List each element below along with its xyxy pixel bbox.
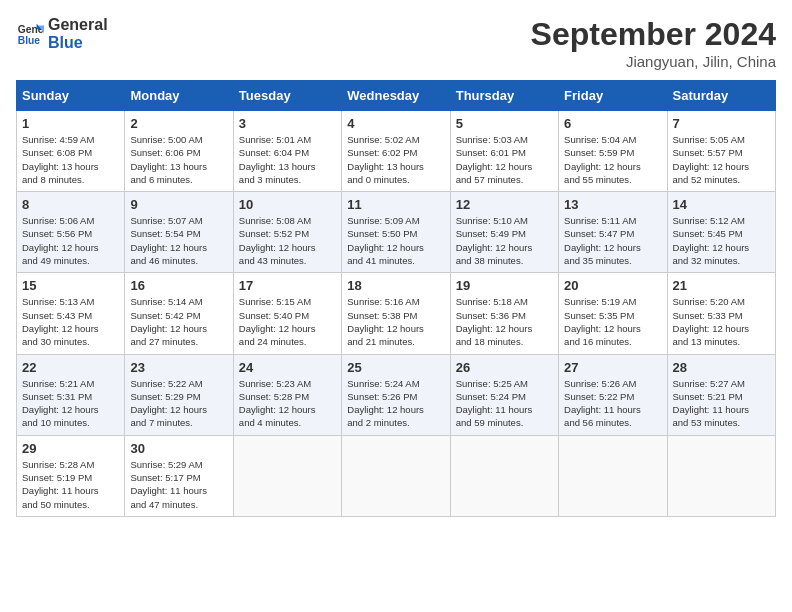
day-detail: Sunrise: 5:21 AM Sunset: 5:31 PM Dayligh… [22, 377, 119, 430]
calendar-cell: 17Sunrise: 5:15 AM Sunset: 5:40 PM Dayli… [233, 273, 341, 354]
header-day-tuesday: Tuesday [233, 81, 341, 111]
calendar-cell: 16Sunrise: 5:14 AM Sunset: 5:42 PM Dayli… [125, 273, 233, 354]
day-detail: Sunrise: 5:13 AM Sunset: 5:43 PM Dayligh… [22, 295, 119, 348]
calendar-cell: 25Sunrise: 5:24 AM Sunset: 5:26 PM Dayli… [342, 354, 450, 435]
month-title: September 2024 [531, 16, 776, 53]
calendar-cell: 29Sunrise: 5:28 AM Sunset: 5:19 PM Dayli… [17, 435, 125, 516]
day-number: 2 [130, 116, 227, 131]
header-day-sunday: Sunday [17, 81, 125, 111]
day-number: 14 [673, 197, 770, 212]
day-number: 1 [22, 116, 119, 131]
day-number: 25 [347, 360, 444, 375]
day-detail: Sunrise: 5:22 AM Sunset: 5:29 PM Dayligh… [130, 377, 227, 430]
day-number: 3 [239, 116, 336, 131]
header-day-thursday: Thursday [450, 81, 558, 111]
calendar-cell: 10Sunrise: 5:08 AM Sunset: 5:52 PM Dayli… [233, 192, 341, 273]
calendar-cell: 4Sunrise: 5:02 AM Sunset: 6:02 PM Daylig… [342, 111, 450, 192]
day-detail: Sunrise: 5:25 AM Sunset: 5:24 PM Dayligh… [456, 377, 553, 430]
day-detail: Sunrise: 5:12 AM Sunset: 5:45 PM Dayligh… [673, 214, 770, 267]
calendar-cell: 3Sunrise: 5:01 AM Sunset: 6:04 PM Daylig… [233, 111, 341, 192]
logo: General Blue General Blue [16, 16, 108, 51]
calendar-cell: 20Sunrise: 5:19 AM Sunset: 5:35 PM Dayli… [559, 273, 667, 354]
day-number: 9 [130, 197, 227, 212]
day-detail: Sunrise: 5:27 AM Sunset: 5:21 PM Dayligh… [673, 377, 770, 430]
calendar-cell: 15Sunrise: 5:13 AM Sunset: 5:43 PM Dayli… [17, 273, 125, 354]
day-number: 15 [22, 278, 119, 293]
day-detail: Sunrise: 5:05 AM Sunset: 5:57 PM Dayligh… [673, 133, 770, 186]
day-number: 23 [130, 360, 227, 375]
calendar-cell [342, 435, 450, 516]
calendar-cell [233, 435, 341, 516]
calendar-cell: 26Sunrise: 5:25 AM Sunset: 5:24 PM Dayli… [450, 354, 558, 435]
calendar-cell: 6Sunrise: 5:04 AM Sunset: 5:59 PM Daylig… [559, 111, 667, 192]
header-day-monday: Monday [125, 81, 233, 111]
day-number: 17 [239, 278, 336, 293]
day-detail: Sunrise: 5:28 AM Sunset: 5:19 PM Dayligh… [22, 458, 119, 511]
day-detail: Sunrise: 5:20 AM Sunset: 5:33 PM Dayligh… [673, 295, 770, 348]
day-detail: Sunrise: 5:04 AM Sunset: 5:59 PM Dayligh… [564, 133, 661, 186]
day-detail: Sunrise: 5:00 AM Sunset: 6:06 PM Dayligh… [130, 133, 227, 186]
calendar-cell: 7Sunrise: 5:05 AM Sunset: 5:57 PM Daylig… [667, 111, 775, 192]
day-detail: Sunrise: 5:29 AM Sunset: 5:17 PM Dayligh… [130, 458, 227, 511]
calendar-cell: 30Sunrise: 5:29 AM Sunset: 5:17 PM Dayli… [125, 435, 233, 516]
calendar-week-row: 15Sunrise: 5:13 AM Sunset: 5:43 PM Dayli… [17, 273, 776, 354]
location-title: Jiangyuan, Jilin, China [531, 53, 776, 70]
day-number: 5 [456, 116, 553, 131]
day-detail: Sunrise: 5:02 AM Sunset: 6:02 PM Dayligh… [347, 133, 444, 186]
page-header: General Blue General Blue September 2024… [16, 16, 776, 70]
day-number: 10 [239, 197, 336, 212]
calendar-cell: 9Sunrise: 5:07 AM Sunset: 5:54 PM Daylig… [125, 192, 233, 273]
calendar-week-row: 29Sunrise: 5:28 AM Sunset: 5:19 PM Dayli… [17, 435, 776, 516]
calendar-week-row: 1Sunrise: 4:59 AM Sunset: 6:08 PM Daylig… [17, 111, 776, 192]
calendar-cell: 11Sunrise: 5:09 AM Sunset: 5:50 PM Dayli… [342, 192, 450, 273]
day-detail: Sunrise: 5:23 AM Sunset: 5:28 PM Dayligh… [239, 377, 336, 430]
header-day-saturday: Saturday [667, 81, 775, 111]
calendar-cell [450, 435, 558, 516]
day-detail: Sunrise: 5:03 AM Sunset: 6:01 PM Dayligh… [456, 133, 553, 186]
calendar-cell: 8Sunrise: 5:06 AM Sunset: 5:56 PM Daylig… [17, 192, 125, 273]
day-detail: Sunrise: 5:07 AM Sunset: 5:54 PM Dayligh… [130, 214, 227, 267]
day-detail: Sunrise: 5:14 AM Sunset: 5:42 PM Dayligh… [130, 295, 227, 348]
day-number: 6 [564, 116, 661, 131]
day-detail: Sunrise: 5:09 AM Sunset: 5:50 PM Dayligh… [347, 214, 444, 267]
logo-icon: General Blue [16, 20, 44, 48]
day-number: 19 [456, 278, 553, 293]
svg-text:Blue: Blue [18, 35, 41, 46]
title-area: September 2024 Jiangyuan, Jilin, China [531, 16, 776, 70]
day-detail: Sunrise: 5:24 AM Sunset: 5:26 PM Dayligh… [347, 377, 444, 430]
calendar-table: SundayMondayTuesdayWednesdayThursdayFrid… [16, 80, 776, 517]
day-number: 13 [564, 197, 661, 212]
calendar-cell: 1Sunrise: 4:59 AM Sunset: 6:08 PM Daylig… [17, 111, 125, 192]
day-number: 28 [673, 360, 770, 375]
header-day-wednesday: Wednesday [342, 81, 450, 111]
calendar-cell: 27Sunrise: 5:26 AM Sunset: 5:22 PM Dayli… [559, 354, 667, 435]
day-detail: Sunrise: 5:10 AM Sunset: 5:49 PM Dayligh… [456, 214, 553, 267]
day-detail: Sunrise: 5:08 AM Sunset: 5:52 PM Dayligh… [239, 214, 336, 267]
header-day-friday: Friday [559, 81, 667, 111]
day-number: 24 [239, 360, 336, 375]
day-number: 7 [673, 116, 770, 131]
day-detail: Sunrise: 5:16 AM Sunset: 5:38 PM Dayligh… [347, 295, 444, 348]
calendar-week-row: 22Sunrise: 5:21 AM Sunset: 5:31 PM Dayli… [17, 354, 776, 435]
day-number: 16 [130, 278, 227, 293]
calendar-cell: 5Sunrise: 5:03 AM Sunset: 6:01 PM Daylig… [450, 111, 558, 192]
day-detail: Sunrise: 5:15 AM Sunset: 5:40 PM Dayligh… [239, 295, 336, 348]
day-number: 20 [564, 278, 661, 293]
calendar-cell: 21Sunrise: 5:20 AM Sunset: 5:33 PM Dayli… [667, 273, 775, 354]
day-number: 26 [456, 360, 553, 375]
day-number: 21 [673, 278, 770, 293]
calendar-cell: 24Sunrise: 5:23 AM Sunset: 5:28 PM Dayli… [233, 354, 341, 435]
day-number: 18 [347, 278, 444, 293]
day-detail: Sunrise: 5:11 AM Sunset: 5:47 PM Dayligh… [564, 214, 661, 267]
day-detail: Sunrise: 5:26 AM Sunset: 5:22 PM Dayligh… [564, 377, 661, 430]
logo-general: General [48, 16, 108, 34]
calendar-cell: 2Sunrise: 5:00 AM Sunset: 6:06 PM Daylig… [125, 111, 233, 192]
calendar-cell: 23Sunrise: 5:22 AM Sunset: 5:29 PM Dayli… [125, 354, 233, 435]
calendar-cell: 13Sunrise: 5:11 AM Sunset: 5:47 PM Dayli… [559, 192, 667, 273]
calendar-cell: 18Sunrise: 5:16 AM Sunset: 5:38 PM Dayli… [342, 273, 450, 354]
logo-blue: Blue [48, 34, 108, 52]
day-number: 27 [564, 360, 661, 375]
calendar-header-row: SundayMondayTuesdayWednesdayThursdayFrid… [17, 81, 776, 111]
day-detail: Sunrise: 5:19 AM Sunset: 5:35 PM Dayligh… [564, 295, 661, 348]
day-number: 22 [22, 360, 119, 375]
